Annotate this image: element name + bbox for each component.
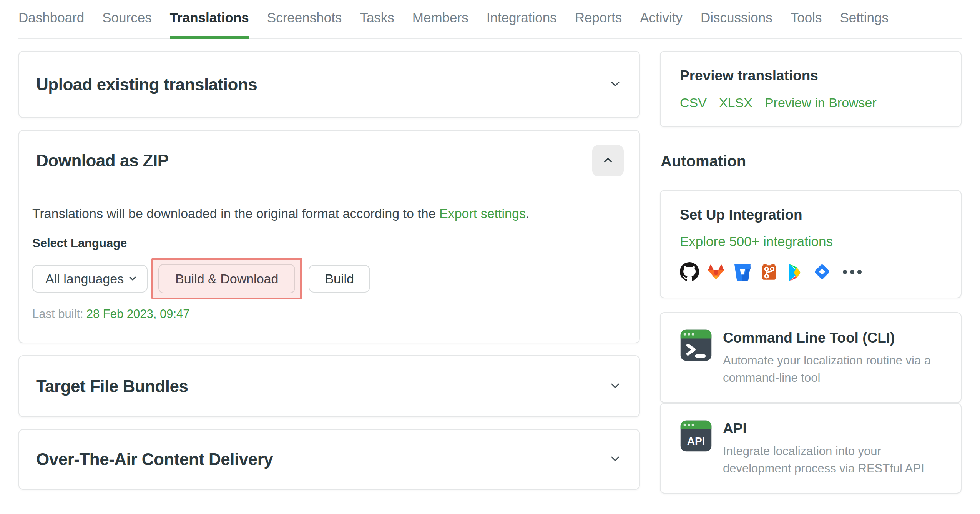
tab-integrations[interactable]: Integrations — [487, 10, 557, 38]
last-built-label: Last built: — [32, 307, 83, 321]
translations-page: Dashboard Sources Translations Screensho… — [0, 0, 980, 502]
api-card-text: API Integrate localization into your dev… — [723, 419, 942, 477]
click-target-highlight: Build & Download — [151, 258, 302, 299]
preview-links-row: CSV XLSX Preview in Browser — [680, 95, 942, 110]
tab-reports[interactable]: Reports — [575, 10, 622, 38]
tab-screenshots[interactable]: Screenshots — [267, 10, 342, 38]
cli-description: Automate your localization routine via a… — [723, 352, 942, 387]
collapse-button[interactable] — [592, 145, 624, 176]
tab-tasks[interactable]: Tasks — [360, 10, 394, 38]
export-settings-link[interactable]: Export settings — [439, 206, 526, 221]
tab-tools[interactable]: Tools — [791, 10, 822, 38]
chevron-down-icon — [128, 271, 138, 286]
download-description: Translations will be downloaded in the o… — [32, 206, 622, 221]
jira-icon[interactable] — [812, 262, 832, 281]
select-language-label: Select Language — [32, 236, 622, 250]
chevron-down-icon[interactable] — [608, 379, 622, 394]
api-description: Integrate localization into your develop… — [723, 443, 942, 477]
tab-sources[interactable]: Sources — [102, 10, 151, 38]
chevron-down-icon[interactable] — [608, 77, 622, 92]
gitlab-icon[interactable] — [706, 262, 726, 281]
upload-existing-translations-panel[interactable]: Upload existing translations — [18, 51, 640, 118]
download-panel-header[interactable]: Download as ZIP — [19, 131, 639, 191]
integration-icons-row — [680, 262, 942, 281]
api-card[interactable]: API API Integrate localization into your… — [660, 403, 962, 494]
description-text: Translations will be downloaded in the o… — [32, 206, 439, 221]
tab-translations[interactable]: Translations — [170, 10, 249, 38]
description-period: . — [526, 206, 529, 221]
cli-card-text: Command Line Tool (CLI) Automate your lo… — [723, 328, 942, 387]
chevron-down-icon[interactable] — [608, 452, 622, 467]
last-built-timestamp[interactable]: 28 Feb 2023, 09:47 — [86, 307, 190, 321]
language-select[interactable]: All languages — [32, 265, 148, 293]
explore-integrations-link[interactable]: Explore 500+ integrations — [680, 234, 833, 249]
tab-settings[interactable]: Settings — [840, 10, 889, 38]
bitbucket-icon[interactable] — [733, 262, 752, 281]
preview-translations-card: Preview translations CSV XLSX Preview in… — [660, 51, 962, 127]
main-column: Upload existing translations Download as… — [18, 51, 640, 502]
ota-panel-title: Over-The-Air Content Delivery — [36, 450, 273, 469]
tab-members[interactable]: Members — [412, 10, 468, 38]
api-icon: API — [680, 420, 712, 477]
set-up-integration-card: Set Up Integration Explore 500+ integrat… — [660, 190, 962, 298]
cli-card[interactable]: Command Line Tool (CLI) Automate your lo… — [660, 312, 962, 403]
git-icon[interactable] — [759, 262, 779, 281]
set-up-integration-title: Set Up Integration — [680, 207, 942, 223]
ota-content-delivery-panel[interactable]: Over-The-Air Content Delivery — [18, 429, 640, 490]
upload-panel-title: Upload existing translations — [36, 75, 257, 94]
api-title: API — [723, 421, 942, 437]
tab-activity[interactable]: Activity — [640, 10, 683, 38]
bundles-panel-title: Target File Bundles — [36, 377, 188, 396]
build-controls-row: All languages Build & Download Build — [32, 258, 622, 299]
build-and-download-button[interactable]: Build & Download — [158, 264, 295, 293]
preview-csv-link[interactable]: CSV — [680, 95, 707, 110]
tab-discussions[interactable]: Discussions — [701, 10, 772, 38]
language-select-value: All languages — [45, 271, 124, 286]
preview-translations-title: Preview translations — [680, 68, 942, 84]
chevron-up-icon — [601, 154, 615, 168]
build-button[interactable]: Build — [309, 265, 370, 293]
download-panel-title: Download as ZIP — [36, 151, 169, 170]
cli-title: Command Line Tool (CLI) — [723, 330, 942, 346]
more-integrations-icon[interactable] — [843, 270, 862, 274]
google-play-icon[interactable] — [786, 262, 805, 281]
svg-text:API: API — [687, 435, 705, 447]
sidebar-column: Preview translations CSV XLSX Preview in… — [660, 51, 962, 494]
project-tab-bar: Dashboard Sources Translations Screensho… — [18, 0, 962, 39]
github-icon[interactable] — [680, 262, 699, 281]
tab-dashboard[interactable]: Dashboard — [18, 10, 84, 38]
preview-xlsx-link[interactable]: XLSX — [719, 95, 752, 110]
preview-in-browser-link[interactable]: Preview in Browser — [765, 95, 877, 110]
automation-heading: Automation — [661, 153, 962, 170]
last-built-status: Last built:28 Feb 2023, 09:47 — [32, 307, 622, 321]
download-as-zip-panel: Download as ZIP Translations will be dow… — [18, 130, 640, 343]
terminal-icon — [680, 329, 712, 387]
download-panel-body: Translations will be downloaded in the o… — [19, 191, 639, 343]
target-file-bundles-panel[interactable]: Target File Bundles — [18, 355, 640, 417]
